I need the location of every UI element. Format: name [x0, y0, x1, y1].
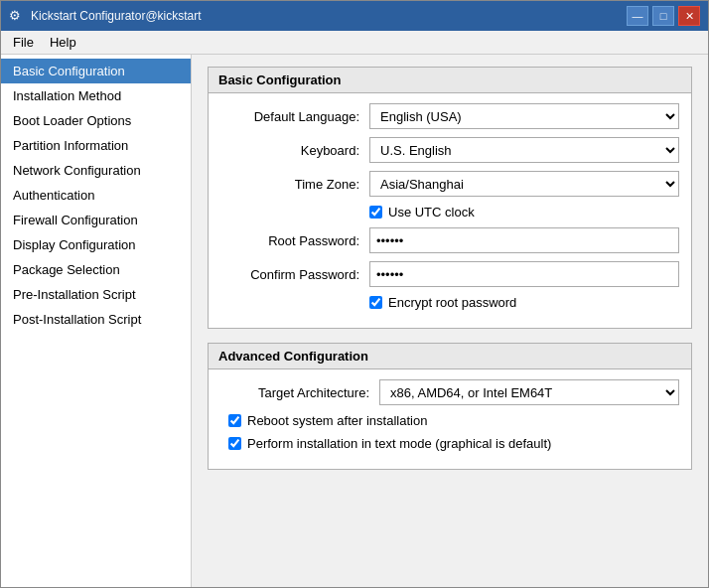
sidebar-item-network-configuration[interactable]: Network Configuration: [1, 158, 191, 183]
main-panel: Basic Configuration Default Language: En…: [192, 55, 708, 587]
keyboard-select[interactable]: U.S. English French German: [369, 137, 679, 163]
use-utc-checkbox[interactable]: [369, 206, 382, 219]
timezone-label: Time Zone:: [220, 177, 369, 192]
sidebar-item-installation-method[interactable]: Installation Method: [1, 83, 191, 108]
menu-help[interactable]: Help: [42, 33, 84, 52]
advanced-config-section: Advanced Configuration Target Architectu…: [208, 343, 692, 470]
default-language-control: English (USA) French German Spanish: [369, 103, 679, 129]
sidebar-item-package-selection[interactable]: Package Selection: [1, 257, 191, 282]
basic-config-body: Default Language: English (USA) French G…: [209, 93, 691, 328]
keyboard-label: Keyboard:: [220, 143, 369, 158]
target-arch-label: Target Architecture:: [220, 385, 379, 400]
reboot-row: Reboot system after installation: [220, 413, 679, 428]
confirm-password-control: [369, 261, 679, 287]
sidebar-item-display-configuration[interactable]: Display Configuration: [1, 232, 191, 257]
confirm-password-row: Confirm Password:: [220, 261, 679, 287]
title-controls: — □ ✕: [627, 6, 700, 26]
text-mode-label[interactable]: Perform installation in text mode (graph…: [247, 436, 551, 451]
title-bar-left: ⚙ Kickstart Configurator@kickstart: [9, 8, 202, 24]
sidebar-item-firewall-configuration[interactable]: Firewall Configuration: [1, 208, 191, 232]
encrypt-root-checkbox[interactable]: [369, 296, 382, 309]
sidebar-item-basic-configuration[interactable]: Basic Configuration: [1, 59, 191, 83]
sidebar-item-post-installation-script[interactable]: Post-Installation Script: [1, 307, 191, 332]
main-window: ⚙ Kickstart Configurator@kickstart — □ ✕…: [0, 0, 709, 588]
content-area: Basic Configuration Installation Method …: [1, 55, 708, 587]
sidebar-item-pre-installation-script[interactable]: Pre-Installation Script: [1, 282, 191, 307]
target-arch-control: x86, AMD64, or Intel EM64T x86_64 i386: [379, 379, 679, 405]
sidebar-item-partition-information[interactable]: Partition Information: [1, 133, 191, 158]
window-title: Kickstart Configurator@kickstart: [31, 9, 202, 23]
menu-bar: File Help: [1, 31, 708, 55]
text-mode-row: Perform installation in text mode (graph…: [220, 436, 679, 451]
confirm-password-label: Confirm Password:: [220, 267, 369, 282]
text-mode-checkbox[interactable]: [228, 437, 241, 450]
timezone-control: Asia/Shanghai America/New_York Europe/Lo…: [369, 171, 679, 197]
maximize-button[interactable]: □: [652, 6, 674, 26]
root-password-label: Root Password:: [220, 233, 369, 248]
advanced-config-title: Advanced Configuration: [209, 344, 691, 369]
encrypt-root-row: Encrypt root password: [220, 295, 679, 310]
encrypt-root-label[interactable]: Encrypt root password: [388, 295, 516, 310]
confirm-password-input[interactable]: [369, 261, 679, 287]
use-utc-label[interactable]: Use UTC clock: [388, 205, 475, 220]
menu-file[interactable]: File: [5, 33, 42, 52]
keyboard-row: Keyboard: U.S. English French German: [220, 137, 679, 163]
root-password-control: [369, 227, 679, 253]
basic-config-section: Basic Configuration Default Language: En…: [208, 67, 692, 329]
root-password-row: Root Password:: [220, 227, 679, 253]
app-icon: ⚙: [9, 8, 25, 24]
sidebar-item-boot-loader-options[interactable]: Boot Loader Options: [1, 108, 191, 133]
use-utc-row: Use UTC clock: [220, 205, 679, 220]
target-arch-row: Target Architecture: x86, AMD64, or Inte…: [220, 379, 679, 405]
reboot-label[interactable]: Reboot system after installation: [247, 413, 427, 428]
timezone-select[interactable]: Asia/Shanghai America/New_York Europe/Lo…: [369, 171, 679, 197]
minimize-button[interactable]: —: [627, 6, 648, 26]
sidebar: Basic Configuration Installation Method …: [1, 55, 192, 587]
basic-config-title: Basic Configuration: [209, 68, 691, 93]
sidebar-item-authentication[interactable]: Authentication: [1, 183, 191, 208]
target-arch-select[interactable]: x86, AMD64, or Intel EM64T x86_64 i386: [379, 379, 679, 405]
timezone-row: Time Zone: Asia/Shanghai America/New_Yor…: [220, 171, 679, 197]
default-language-row: Default Language: English (USA) French G…: [220, 103, 679, 129]
default-language-select[interactable]: English (USA) French German Spanish: [369, 103, 679, 129]
root-password-input[interactable]: [369, 227, 679, 253]
default-language-label: Default Language:: [220, 109, 369, 124]
close-button[interactable]: ✕: [678, 6, 700, 26]
advanced-config-body: Target Architecture: x86, AMD64, or Inte…: [209, 369, 691, 469]
title-bar: ⚙ Kickstart Configurator@kickstart — □ ✕: [1, 1, 708, 31]
keyboard-control: U.S. English French German: [369, 137, 679, 163]
reboot-checkbox[interactable]: [228, 414, 241, 427]
